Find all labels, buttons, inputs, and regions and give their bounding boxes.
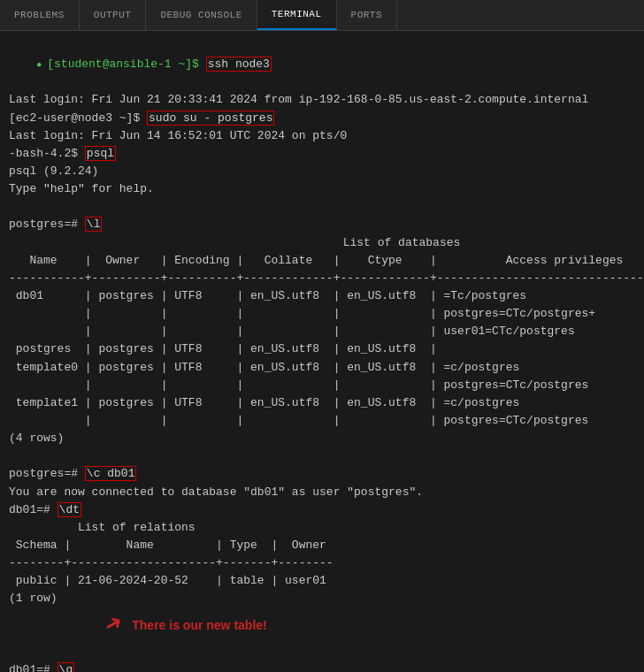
cmd-ssh: ssh node3 [206,57,272,72]
tab-terminal[interactable]: TERMINAL [257,0,337,30]
terminal-line [9,447,635,465]
annotation-label: There is our new table! [132,616,266,636]
cmd-backslash-dt: \dt [58,502,81,517]
terminal-line: | | | | | user01=CTc/postgres [9,323,635,340]
terminal-line: -----------+----------+----------+------… [9,270,635,287]
terminal-line [9,644,635,661]
terminal-line: Schema | Name | Type | Owner [9,537,635,554]
terminal-line: postgres | postgres | UTF8 | en_US.utf8 … [9,340,635,358]
terminal-line: (1 row) [9,590,635,607]
terminal-line [9,198,635,216]
tab-ports[interactable]: PORTS [337,0,398,30]
terminal-line: Type "help" for help. [9,180,635,198]
terminal-line: ● [student@ansible-1 ~]$ ssh node3 [9,38,635,91]
terminal-line: [ec2-user@node3 ~]$ sudo su - postgres [9,110,635,127]
cmd-connect-db01: \c db01 [85,466,137,481]
prompt2: [ec2-user@node3 ~]$ [9,111,147,125]
cmd-backslash-l: \l [85,217,103,232]
cmd-quit: \q [58,662,75,672]
terminal-line: (4 rows) [9,430,635,447]
terminal-line: template0 | postgres | UTF8 | en_US.utf8… [9,359,635,377]
terminal-line: template1 | postgres | UTF8 | en_US.utf8… [9,394,635,412]
cmd-psql: psql [85,146,116,161]
terminal-line: --------+---------------------+-------+-… [9,554,635,572]
terminal-line: db01=# \dt [9,501,635,519]
terminal-line: -bash-4.2$ psql [9,145,635,163]
terminal-line: Last login: Fri Jun 14 16:52:01 UTC 2024… [9,127,635,145]
terminal-area: ● [student@ansible-1 ~]$ ssh node3 Last … [0,31,644,672]
dot-green: ● [36,60,47,70]
tab-output[interactable]: OUTPUT [80,0,147,30]
terminal-line: Last login: Fri Jun 21 20:33:41 2024 fro… [9,91,635,109]
tab-debug-console[interactable]: DEBUG CONSOLE [146,0,257,30]
terminal-line: db01=# \q [9,661,635,672]
terminal-line: db01 | postgres | UTF8 | en_US.utf8 | en… [9,287,635,305]
terminal-line: postgres=# \l [9,216,635,233]
terminal-line: | | | | | postgres=CTc/postgres+ [9,305,635,323]
terminal-line: public | 21-06-2024-20-52 | table | user… [9,572,635,590]
terminal-line: Name | Owner | Encoding | Collate | Ctyp… [9,252,635,270]
prompt3: -bash-4.2$ [9,147,85,160]
arrow-annotation: ➜ There is our new table! [106,612,635,640]
cmd-sudo: sudo su - postgres [147,111,274,126]
terminal-line: You are now connected to database "db01"… [9,484,635,501]
terminal-line: List of databases [9,234,635,252]
terminal-line: | | | | | postgres=CTc/postgres [9,377,635,394]
terminal-line: | | | | | postgres=CTc/postgres [9,412,635,430]
tab-bar: PROBLEMS OUTPUT DEBUG CONSOLE TERMINAL P… [0,0,644,31]
terminal-line: List of relations [9,519,635,537]
prompt: [student@ansible-1 ~]$ [47,57,205,71]
terminal-line: psql (9.2.24) [9,163,635,180]
terminal-line: postgres=# \c db01 [9,465,635,483]
red-arrow-icon: ➜ [100,609,129,642]
tab-problems[interactable]: PROBLEMS [0,0,80,30]
